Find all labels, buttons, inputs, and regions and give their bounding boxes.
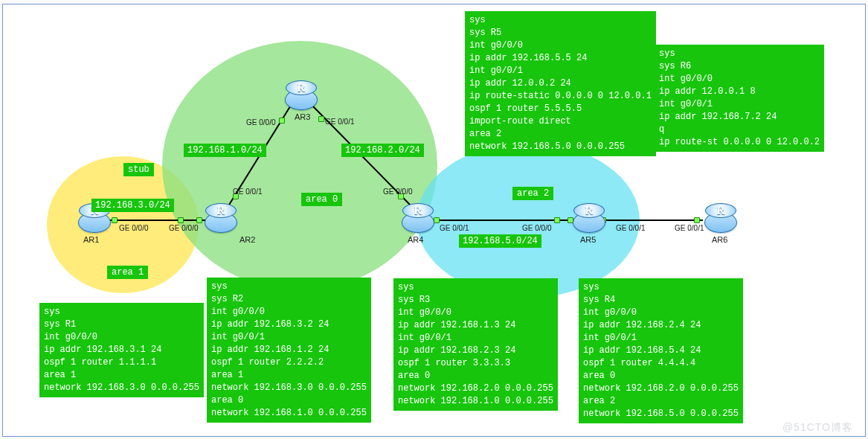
port-dot <box>318 116 324 122</box>
port-dot <box>196 217 202 223</box>
if-ar2-g001: GE 0/0/1 <box>233 188 262 196</box>
if-ar4-g000: GE 0/0/0 <box>383 188 412 196</box>
cfg-r3: sys sys R3 int g0/0/0 ip addr 192.168.1.… <box>393 278 558 411</box>
router-ar5[interactable]: R <box>573 203 605 233</box>
if-ar6-g001: GE 0/0/1 <box>675 224 704 232</box>
port-dot <box>279 118 285 124</box>
area0-tag: area 0 <box>301 193 342 206</box>
if-ar3-g001: GE 0/0/1 <box>325 118 354 126</box>
cfg-r6: sys sys R6 int g0/0/0 ip addr 12.0.0.1 8… <box>655 45 824 152</box>
r-icon: R <box>205 203 237 218</box>
r-icon: R <box>705 203 736 218</box>
port-dot <box>112 217 118 223</box>
router-ar2[interactable]: R <box>205 203 237 233</box>
subnet-5: 192.168.5.0/24 <box>459 234 541 248</box>
router-label-ar3: AR3 <box>295 112 310 121</box>
if-ar1-g000: GE 0/0/0 <box>119 224 148 232</box>
watermark: @51CTO博客 <box>782 421 853 435</box>
router-label-ar2: AR2 <box>239 235 255 244</box>
area0-ellipse <box>162 41 437 290</box>
router-label-ar1: AR1 <box>83 235 99 244</box>
if-ar3-g000: GE 0/0/0 <box>246 118 275 126</box>
r-icon: R <box>286 80 317 95</box>
area2-ellipse <box>417 143 640 298</box>
if-ar5-g000: GE 0/0/0 <box>522 224 551 232</box>
port-dot <box>554 217 560 223</box>
cfg-r4: sys sys R4 int g0/0/0 ip addr 192.168.2.… <box>579 278 743 423</box>
subnet-2: 192.168.2.0/24 <box>341 144 424 157</box>
router-label-ar4: AR4 <box>408 235 423 244</box>
stub-tag: stub <box>123 163 154 176</box>
router-ar6[interactable]: R <box>704 203 737 233</box>
area1-tag: area 1 <box>107 266 148 279</box>
port-dot <box>434 217 440 223</box>
router-ar4[interactable]: R <box>402 203 434 233</box>
cfg-r5: sys sys R5 int g0/0/0 ip addr 192.168.5.… <box>465 11 656 156</box>
cfg-r2: sys sys R2 int g0/0/0 ip addr 192.168.3.… <box>207 278 371 423</box>
subnet-3: 192.168.3.0/24 <box>91 199 174 212</box>
if-ar4-g001: GE 0/0/1 <box>440 224 469 232</box>
r-icon: R <box>402 203 434 218</box>
if-ar5-g001: GE 0/0/1 <box>616 224 645 232</box>
area2-tag: area 2 <box>512 187 553 200</box>
subnet-1: 192.168.1.0/24 <box>184 144 266 157</box>
router-label-ar6: AR6 <box>712 235 727 244</box>
r-icon: R <box>573 203 605 218</box>
port-dot <box>694 217 700 223</box>
router-ar3[interactable]: R <box>285 80 318 110</box>
if-ar2-g000: GE 0/0/0 <box>169 224 198 232</box>
cfg-r1: sys sys R1 int g0/0/0 ip addr 192.168.3.… <box>39 303 204 397</box>
port-dot <box>178 217 184 223</box>
router-label-ar5: AR5 <box>580 235 596 244</box>
